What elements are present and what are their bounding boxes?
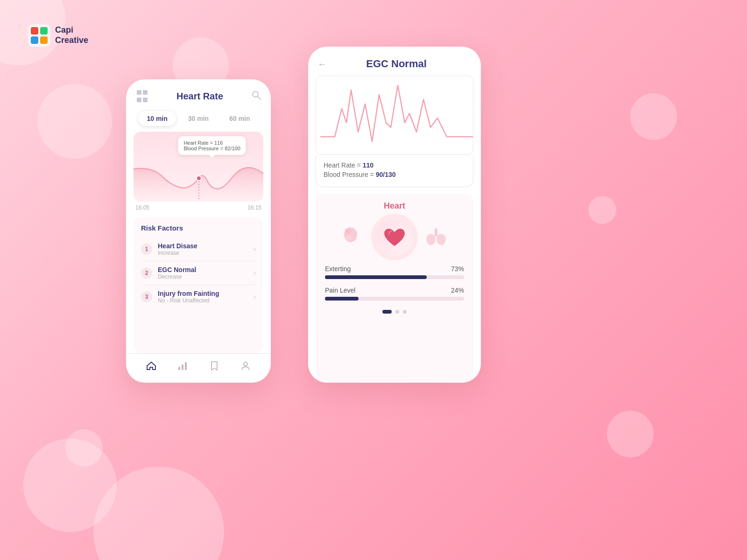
brand-name: Capi Creative [55,25,88,45]
svg-line-6 [258,97,261,99]
time-filter-group: 10 min 30 min 60 min [126,107,271,132]
egc-line-chart [316,76,473,155]
exterting-fill [325,275,427,279]
svg-point-17 [426,234,436,245]
svg-rect-4 [40,36,48,44]
bottom-navigation [126,353,271,383]
nav-chart-icon[interactable] [177,360,188,374]
risk-info-1: Heart Disase Increase [158,242,254,256]
svg-rect-2 [40,27,48,35]
blood-pressure-stat: Blood Pressure = 90/130 [324,171,465,178]
exterting-label: Exterting [325,265,351,273]
pain-pct: 24% [451,287,464,294]
heart-section: Heart [316,194,473,383]
egc-chart [316,76,473,155]
egc-header: ← EGC Normal [308,47,481,76]
pain-label: Pain Level [325,287,355,294]
progress-section: Exterting 73% Pain Level 24% [323,265,466,301]
heart-rate-chart: Heart Rate = 116 Blood Pressure = 82/100 [134,132,263,202]
chevron-right-icon-1: › [254,245,256,253]
svg-point-15 [345,228,351,234]
exterting-progress-bar [325,275,464,279]
lungs-icon [424,224,448,250]
dot-2[interactable] [395,310,399,314]
heart-organ-icon [376,218,413,256]
svg-point-14 [345,236,352,241]
dot-active[interactable] [382,310,392,314]
nav-profile-icon[interactable] [240,360,251,374]
phone-heart-rate: Heart Rate 10 min 30 min 60 min Heart Ra… [126,79,271,383]
pain-label-row: Pain Level 24% [325,287,464,294]
phone-egc: ← EGC Normal Heart Rate = 110 Blood Pres… [308,47,481,383]
risk-item-2[interactable]: 2 EGC Normal Decrease › [141,261,256,285]
brain-icon [341,224,365,250]
svg-point-5 [253,91,258,97]
exterting-label-row: Exterting 73% [325,265,464,273]
back-button[interactable]: ← [317,59,327,70]
exterting-pct: 73% [451,265,464,273]
time-filter-60min[interactable]: 60 min [221,111,258,126]
svg-rect-11 [185,362,187,370]
page-title: Heart Rate [148,91,251,102]
risk-num-3: 3 [141,291,152,302]
nav-bookmark-icon[interactable] [209,360,220,374]
risk-item-3[interactable]: 3 Injury from Fainting No - Risk Unaffec… [141,285,256,308]
svg-rect-9 [178,367,180,370]
risk-num-1: 1 [141,244,152,255]
logo-icon [28,24,50,47]
svg-point-18 [437,234,446,245]
risk-info-3: Injury from Fainting No - Risk Unaffecte… [158,290,254,304]
time-filter-10min[interactable]: 10 min [138,111,176,126]
egc-stats: Heart Rate = 110 Blood Pressure = 90/130 [316,155,473,187]
svg-rect-16 [435,228,437,237]
heart-rate-stat: Heart Rate = 110 [324,161,465,169]
search-icon[interactable] [251,90,261,103]
egc-title: EGC Normal [331,58,472,70]
pain-fill [325,297,359,301]
organ-icons-row [323,218,466,256]
chevron-right-icon-2: › [254,269,256,277]
grid-icon[interactable] [135,90,148,103]
pagination-dots [323,308,466,314]
chevron-right-icon-3: › [254,293,256,301]
risk-info-2: EGC Normal Decrease [158,266,254,280]
phone-header: Heart Rate [126,79,271,107]
time-filter-30min[interactable]: 30 min [180,111,217,126]
svg-rect-1 [31,27,38,35]
risk-item-1[interactable]: 1 Heart Disase Increase › [141,238,256,261]
svg-rect-3 [31,36,38,44]
svg-point-12 [244,362,247,366]
pain-progress-bar [325,297,464,301]
logo: Capi Creative [28,24,88,47]
chart-times: 16:05 16:15 [126,202,271,211]
heart-section-title: Heart [323,201,466,211]
risk-factors-section: Risk Factors 1 Heart Disase Increase › 2… [134,217,263,353]
svg-rect-10 [182,364,183,370]
dot-3[interactable] [403,310,407,314]
risk-factors-title: Risk Factors [141,224,256,232]
chart-tooltip: Heart Rate = 116 Blood Pressure = 82/100 [178,136,246,155]
risk-num-2: 2 [141,267,152,279]
nav-home-icon[interactable] [146,360,157,374]
